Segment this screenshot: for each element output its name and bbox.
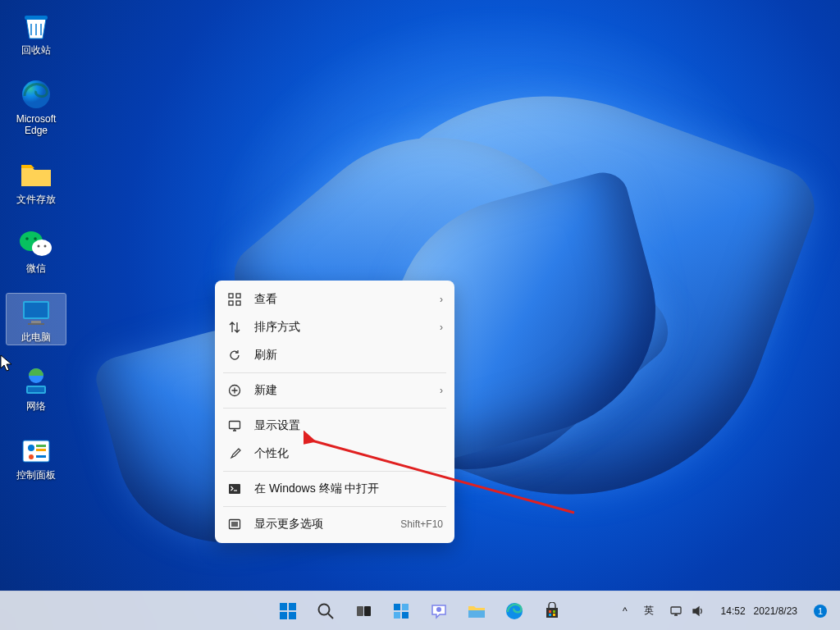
start-button[interactable]: [272, 595, 304, 628]
desktop[interactable]: 回收站 Microsoft Edge 文件存放 微信 此电脑: [0, 0, 840, 630]
svg-rect-36: [364, 606, 371, 616]
desktop-icon-wechat[interactable]: 微信: [7, 225, 66, 276]
chat-button[interactable]: [422, 595, 455, 628]
ctx-label: 排序方式: [254, 320, 440, 335]
more-options-icon: [226, 516, 243, 532]
chevron-right-icon: ›: [440, 294, 443, 305]
grid-icon: [226, 291, 243, 308]
ctx-refresh[interactable]: 刷新: [215, 341, 454, 369]
svg-point-4: [25, 237, 29, 240]
edge-icon: [504, 601, 524, 621]
widgets-button[interactable]: [385, 595, 418, 628]
terminal-icon: [226, 481, 243, 497]
svg-rect-47: [553, 614, 555, 616]
network-icon: [19, 364, 53, 399]
task-view-icon: [354, 602, 372, 620]
desktop-icon-folder[interactable]: 文件存放: [7, 156, 66, 207]
widgets-icon: [392, 602, 410, 620]
svg-rect-0: [25, 16, 48, 20]
svg-rect-14: [28, 387, 44, 392]
ctx-separator: [223, 471, 446, 472]
display-icon: [226, 418, 243, 434]
desktop-icon-label: 回收站: [21, 44, 51, 56]
chevron-right-icon: ›: [440, 385, 443, 396]
desktop-icon-label: Microsoft Edge: [8, 113, 64, 136]
svg-rect-46: [549, 614, 551, 616]
svg-point-41: [436, 607, 441, 612]
search-icon: [317, 602, 335, 620]
svg-rect-31: [289, 603, 296, 610]
svg-rect-21: [229, 294, 233, 298]
folder-icon: [467, 602, 486, 620]
taskbar-right: ^ 英 14:52 2021/8/23 1: [618, 591, 840, 630]
volume-icon: [692, 605, 705, 618]
ctx-terminal[interactable]: 在 Windows 终端 中打开: [215, 475, 454, 503]
windows-icon: [278, 601, 298, 621]
ctx-new[interactable]: 新建 ›: [215, 377, 454, 404]
ctx-label: 在 Windows 终端 中打开: [254, 482, 443, 496]
clock-time: 14:52: [721, 605, 746, 617]
svg-rect-24: [236, 301, 240, 305]
svg-rect-48: [671, 607, 681, 614]
svg-rect-44: [549, 610, 551, 613]
brush-icon: [226, 445, 243, 462]
edge-taskbar-button[interactable]: [498, 595, 531, 628]
ctx-separator: [223, 408, 446, 409]
taskbar-center: [272, 595, 568, 628]
desktop-icons: 回收站 Microsoft Edge 文件存放 微信 此电脑: [7, 7, 66, 482]
ime-indicator[interactable]: 英: [639, 595, 659, 628]
desktop-icon-label: 微信: [26, 262, 46, 274]
task-view-button[interactable]: [347, 595, 380, 628]
wechat-icon: [19, 226, 53, 261]
svg-point-3: [32, 240, 52, 256]
svg-rect-27: [229, 484, 240, 494]
desktop-icon-label: 文件存放: [16, 194, 56, 205]
clock[interactable]: 14:52 2021/8/23: [716, 595, 802, 628]
desktop-context-menu: 查看 › 排序方式 › 刷新 新建 › 显示设置 个性化: [215, 281, 454, 543]
ctx-label: 显示更多选项: [254, 517, 400, 532]
svg-rect-10: [31, 321, 41, 323]
control-panel-icon: [19, 433, 53, 468]
plus-circle-icon: [226, 382, 243, 399]
svg-rect-35: [357, 606, 363, 616]
store-button[interactable]: [536, 595, 568, 628]
system-tray[interactable]: [665, 595, 710, 628]
notifications-button[interactable]: 1: [809, 595, 832, 628]
notification-badge: 1: [814, 605, 827, 618]
sort-icon: [226, 319, 243, 336]
ctx-personalize[interactable]: 个性化: [215, 440, 454, 468]
ctx-sort[interactable]: 排序方式 ›: [215, 313, 454, 341]
chevron-right-icon: ›: [440, 322, 443, 333]
svg-rect-17: [36, 445, 46, 447]
svg-rect-30: [280, 603, 287, 610]
search-button[interactable]: [309, 595, 342, 628]
ctx-separator: [223, 506, 446, 507]
svg-rect-26: [230, 422, 240, 429]
desktop-icon-this-pc[interactable]: 此电脑: [7, 294, 66, 345]
clock-date: 2021/8/23: [754, 605, 797, 617]
svg-rect-45: [553, 610, 555, 613]
chat-icon: [430, 602, 448, 620]
svg-rect-38: [402, 604, 409, 610]
svg-point-16: [28, 445, 34, 451]
ctx-label: 新建: [254, 383, 440, 398]
desktop-icon-network[interactable]: 网络: [7, 363, 66, 413]
folder-icon: [19, 158, 53, 192]
svg-rect-18: [36, 449, 46, 451]
tray-chevron[interactable]: ^: [618, 595, 632, 628]
svg-rect-32: [280, 612, 287, 619]
ctx-shortcut: Shift+F10: [400, 518, 443, 530]
desktop-icon-recycle-bin[interactable]: 回收站: [7, 7, 66, 57]
svg-rect-23: [229, 301, 233, 305]
ctx-view[interactable]: 查看 ›: [215, 285, 454, 313]
svg-rect-9: [25, 303, 48, 317]
ctx-more-options[interactable]: 显示更多选项 Shift+F10: [215, 510, 454, 538]
chevron-up-icon: ^: [623, 605, 628, 617]
explorer-button[interactable]: [460, 595, 493, 628]
desktop-icon-edge[interactable]: Microsoft Edge: [7, 75, 66, 138]
desktop-icon-label: 网络: [26, 400, 46, 412]
ctx-display-settings[interactable]: 显示设置: [215, 412, 454, 440]
ctx-separator: [223, 372, 446, 373]
desktop-icon-control-panel[interactable]: 控制面板: [7, 431, 66, 482]
taskbar: ^ 英 14:52 2021/8/23 1: [0, 591, 840, 630]
